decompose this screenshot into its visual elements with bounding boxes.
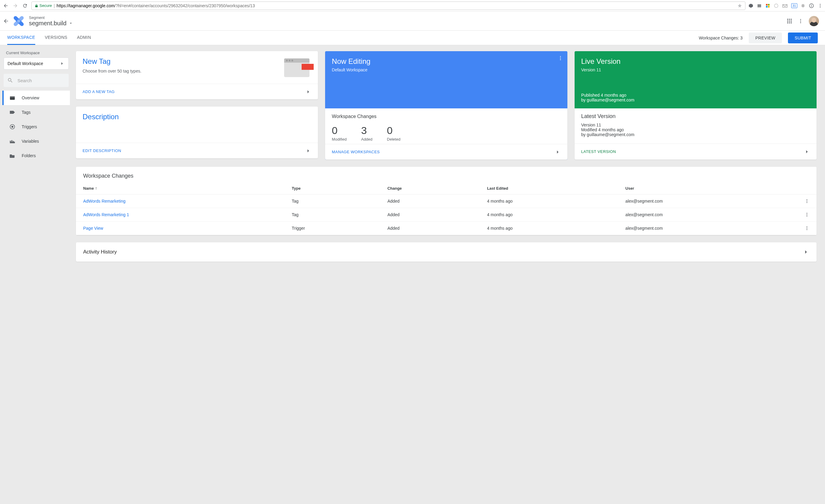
table-row[interactable]: AdWords Remarketing 1TagAdded4 months ag… bbox=[76, 208, 817, 222]
change-link[interactable]: AdWords Remarketing bbox=[83, 199, 126, 203]
extension-icon[interactable] bbox=[765, 3, 770, 8]
activity-history-title: Activity History bbox=[83, 249, 117, 255]
svg-point-24 bbox=[800, 20, 801, 21]
changes-table: Name↑ Type Change Last Edited User AdWor… bbox=[76, 181, 817, 235]
sidebar-item-overview[interactable]: Overview bbox=[2, 91, 70, 105]
extension-icon[interactable] bbox=[774, 3, 778, 8]
app-back-button[interactable] bbox=[2, 18, 10, 24]
stat-added: 3Added bbox=[361, 124, 372, 142]
table-row[interactable]: Page ViewTriggerAdded4 months agoalex@se… bbox=[76, 222, 817, 235]
cell-last-edited: 4 months ago bbox=[480, 222, 618, 235]
now-editing-subtitle: Default Workspace bbox=[332, 67, 560, 73]
apps-grid-icon[interactable] bbox=[786, 18, 793, 24]
sidebar-item-label: Tags bbox=[22, 110, 31, 115]
svg-rect-27 bbox=[10, 96, 15, 97]
variable-icon bbox=[9, 139, 16, 143]
live-version-published: Published 4 months ago bbox=[581, 93, 810, 97]
extension-icon[interactable] bbox=[748, 3, 753, 8]
browser-toolbar: Secure | https://tagmanager.google.com/?… bbox=[0, 0, 825, 11]
card-menu-icon[interactable] bbox=[558, 56, 563, 61]
app-header: Segment segment.build bbox=[0, 11, 825, 31]
browser-menu-icon[interactable] bbox=[818, 3, 823, 8]
workspace-changes-panel: Workspace Changes Name↑ Type Change Last… bbox=[76, 167, 817, 235]
extension-icon[interactable]: 31 bbox=[791, 3, 797, 8]
sidebar-item-triggers[interactable]: Triggers bbox=[2, 119, 70, 134]
browser-reload-button[interactable] bbox=[22, 2, 28, 9]
tab-workspace[interactable]: WORKSPACE bbox=[7, 31, 35, 45]
workspace-picker[interactable]: Default Workspace bbox=[4, 58, 69, 70]
kebab-menu-icon[interactable] bbox=[798, 18, 803, 24]
svg-point-44 bbox=[807, 228, 808, 229]
col-user[interactable]: User bbox=[618, 181, 797, 194]
col-type[interactable]: Type bbox=[285, 181, 380, 194]
browser-forward-button[interactable] bbox=[12, 2, 19, 9]
svg-point-23 bbox=[800, 19, 801, 20]
svg-point-35 bbox=[560, 58, 561, 59]
svg-rect-20 bbox=[788, 22, 788, 23]
secure-indicator: Secure bbox=[34, 3, 52, 8]
extension-icon[interactable] bbox=[757, 3, 762, 8]
row-menu-icon[interactable] bbox=[805, 199, 809, 203]
stat-modified: 0Modified bbox=[332, 124, 347, 142]
change-link[interactable]: Page View bbox=[83, 226, 103, 231]
user-avatar[interactable] bbox=[809, 16, 819, 26]
tag-illustration-icon bbox=[284, 59, 311, 78]
latest-version-line: by guillaume@segment.com bbox=[581, 132, 810, 137]
svg-rect-22 bbox=[791, 22, 792, 23]
breadcrumb-container: segment.build bbox=[29, 20, 67, 27]
svg-rect-15 bbox=[789, 19, 790, 19]
svg-point-4 bbox=[774, 4, 778, 7]
svg-rect-0 bbox=[766, 4, 767, 5]
activity-history-panel[interactable]: Activity History bbox=[76, 242, 817, 262]
browser-address-bar[interactable]: Secure | https://tagmanager.google.com/?… bbox=[31, 1, 745, 10]
extension-icon[interactable] bbox=[801, 4, 805, 8]
submit-button[interactable]: SUBMIT bbox=[788, 32, 818, 44]
svg-rect-17 bbox=[788, 20, 788, 21]
stat-deleted: 0Deleted bbox=[387, 124, 400, 142]
sort-asc-icon: ↑ bbox=[95, 186, 97, 190]
sidebar-item-variables[interactable]: Variables bbox=[2, 134, 70, 149]
preview-button[interactable]: PREVIEW bbox=[749, 32, 782, 44]
row-menu-icon[interactable] bbox=[805, 212, 809, 217]
svg-rect-33 bbox=[13, 141, 14, 142]
col-last-edited[interactable]: Last Edited bbox=[480, 181, 618, 194]
col-name[interactable]: Name↑ bbox=[76, 181, 285, 194]
svg-point-45 bbox=[807, 229, 808, 230]
breadcrumb[interactable]: Segment segment.build bbox=[29, 15, 73, 27]
add-new-tag-button[interactable]: ADD A NEW TAG bbox=[83, 89, 115, 94]
sidebar-item-folders[interactable]: Folders bbox=[2, 149, 70, 163]
browser-back-button[interactable] bbox=[2, 2, 9, 9]
tab-versions[interactable]: VERSIONS bbox=[45, 31, 68, 45]
col-change[interactable]: Change bbox=[380, 181, 480, 194]
browser-info-icon[interactable] bbox=[809, 3, 814, 8]
row-menu-icon[interactable] bbox=[805, 226, 809, 231]
cell-last-edited: 4 months ago bbox=[480, 194, 618, 208]
description-card[interactable]: Description EDIT DESCRIPTION bbox=[76, 106, 318, 158]
breadcrumb-account: Segment bbox=[29, 15, 73, 20]
latest-version-button[interactable]: LATEST VERSION bbox=[581, 149, 616, 154]
table-row[interactable]: AdWords RemarketingTagAdded4 months agoa… bbox=[76, 194, 817, 208]
new-tag-card[interactable]: New Tag Choose from over 50 tag types. A… bbox=[76, 51, 318, 99]
svg-point-8 bbox=[820, 4, 821, 5]
sidebar-item-tags[interactable]: Tags bbox=[2, 105, 70, 119]
svg-rect-32 bbox=[11, 140, 12, 142]
cell-type: Tag bbox=[285, 208, 380, 222]
svg-point-36 bbox=[560, 59, 561, 60]
extension-icon[interactable] bbox=[782, 4, 788, 8]
svg-rect-2 bbox=[766, 6, 767, 7]
search-input[interactable]: Search bbox=[4, 74, 69, 87]
svg-rect-31 bbox=[10, 141, 11, 142]
tab-admin[interactable]: ADMIN bbox=[77, 31, 91, 45]
live-version-subtitle: Version 11 bbox=[581, 67, 810, 73]
sidebar-item-label: Variables bbox=[22, 139, 39, 144]
panel-title: Workspace Changes bbox=[76, 167, 817, 181]
edit-description-button[interactable]: EDIT DESCRIPTION bbox=[83, 149, 121, 153]
chevron-right-icon bbox=[305, 89, 311, 95]
bookmark-star-icon[interactable] bbox=[737, 3, 742, 8]
svg-point-25 bbox=[800, 22, 801, 23]
cell-change: Added bbox=[380, 194, 480, 208]
url-text: https://tagmanager.google.com/?hl=en#/co… bbox=[57, 3, 736, 8]
svg-point-39 bbox=[807, 202, 808, 203]
change-link[interactable]: AdWords Remarketing 1 bbox=[83, 212, 129, 217]
manage-workspaces-button[interactable]: MANAGE WORKSPACES bbox=[332, 150, 380, 154]
